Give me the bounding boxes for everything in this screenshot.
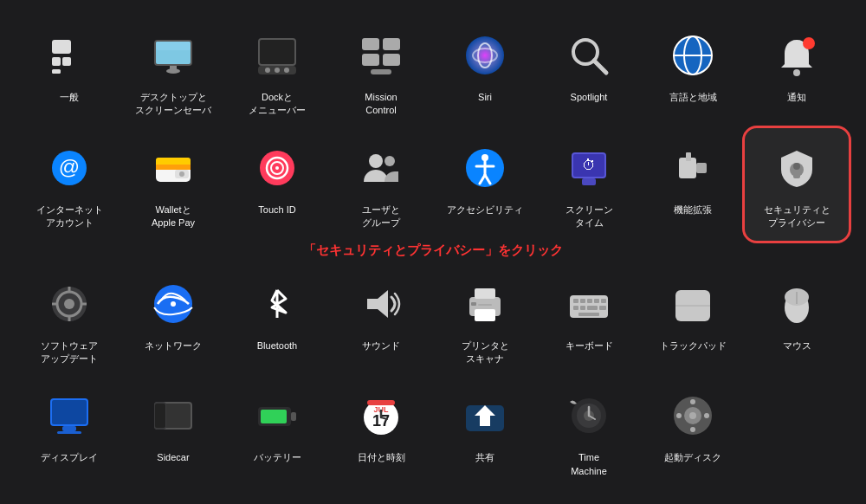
svg-point-20 [466,36,504,74]
grid-item-screen[interactable]: ⏱スクリーン タイム [537,128,641,241]
grid-item-desktop[interactable]: デスクトップと スクリーンセーバ [121,16,225,128]
siri-icon [456,26,514,85]
touchid-label: Touch ID [258,204,295,216]
access-label: アクセシビリティ [447,204,523,216]
svg-rect-52 [582,178,596,185]
svg-point-120 [690,399,695,404]
wallet-label: Walletと Apple Pay [152,204,195,230]
language-label: 言語と地域 [669,91,717,104]
grid-item-internet[interactable]: @インターネット アカウント [17,128,121,241]
svg-marker-70 [367,290,388,318]
battery-icon [248,386,307,445]
language-icon [663,26,722,85]
touchid-icon [248,139,307,197]
svg-point-29 [793,69,800,76]
software-label: ソフトウェア アップデート [41,339,98,366]
ext-label: 機能拡張 [674,204,712,216]
system-preferences-grid: 一般デスクトップと スクリーンセーバDockと メニューバーMission Co… [0,0,866,504]
grid-item-timemachine[interactable]: Time Machine [537,376,641,488]
share-icon [456,386,514,445]
callout-text: 「セキュリティとプライバシー」をクリック [17,241,849,264]
grid-item-access[interactable]: アクセシビリティ [433,128,537,241]
svg-rect-2 [62,57,71,66]
svg-text:⏱: ⏱ [582,158,596,172]
svg-rect-19 [371,69,391,74]
grid-item-wallet[interactable]: Walletと Apple Pay [121,128,225,241]
svg-rect-16 [383,38,400,50]
svg-point-119 [704,413,709,418]
svg-rect-0 [52,40,71,54]
keyboard-label: キーボード [565,339,613,352]
notify-label: 通知 [787,91,806,104]
svg-rect-84 [587,306,598,310]
internet-label: インターネット アカウント [36,204,103,230]
grid-item-datetime[interactable]: JUL17日付と時刻 [329,376,433,488]
general-icon [40,26,99,85]
grid-item-bluetooth[interactable]: ⠀Bluetooth [225,264,329,377]
svg-rect-93 [52,400,87,424]
svg-point-42 [369,154,383,168]
grid-item-battery[interactable]: バッテリー [225,376,329,488]
svg-rect-94 [62,426,76,431]
battery-label: バッテリー [254,451,301,464]
svg-rect-82 [573,306,578,310]
datetime-label: 日付と時刻 [358,451,405,464]
grid-item-sidecar[interactable]: Sidecar [121,376,225,488]
notify-icon [767,26,826,85]
grid-item-siri[interactable]: Siri [433,16,537,128]
users-label: ユーザと グループ [362,204,400,230]
security-label: セキュリティと プライバシー [764,204,830,230]
timemachine-icon [559,386,618,445]
general-label: 一般 [60,91,79,104]
dock-label: Dockと メニューバー [249,91,306,118]
sound-icon [352,275,410,333]
trackpad-label: トラックパッド [660,339,727,352]
spotlight-label: Spotlight [571,91,608,104]
grid-item-security[interactable]: セキュリティと プライバシー [745,128,849,241]
grid-item-mouse[interactable]: マウス [745,264,849,377]
printer-label: プリンタと スキャナ [462,339,509,366]
grid-item-startup[interactable]: 起動ディスク [641,376,745,488]
spotlight-icon [559,26,618,85]
grid-item-spotlight[interactable]: Spotlight [537,16,641,128]
svg-rect-78 [580,299,585,303]
grid-item-language[interactable]: 言語と地域 [641,16,745,128]
grid-item-mission[interactable]: Mission Control [329,16,433,128]
startup-label: 起動ディスク [664,451,721,464]
keyboard-icon [559,275,618,333]
grid-item-empty[interactable] [745,376,849,488]
grid-item-display[interactable]: ディスプレイ [17,376,121,488]
grid-item-touchid[interactable]: Touch ID [225,128,329,241]
grid-item-keyboard[interactable]: キーボード [537,264,641,377]
svg-rect-99 [155,404,165,428]
network-icon [144,275,203,333]
mouse-label: マウス [783,339,811,352]
software-icon [40,275,99,333]
grid-item-share[interactable]: 共有 [433,376,537,488]
grid-item-printer[interactable]: プリンタと スキャナ [433,264,537,377]
grid-item-trackpad[interactable]: トラックパッド [641,264,745,377]
svg-rect-80 [594,299,599,303]
mission-label: Mission Control [365,91,397,118]
share-label: 共有 [475,451,494,464]
grid-item-sound[interactable]: サウンド [329,264,433,377]
internet-icon: @ [40,139,99,197]
svg-rect-18 [383,54,400,66]
grid-item-notify[interactable]: 通知 [745,16,849,128]
grid-item-users[interactable]: ユーザと グループ [329,128,433,241]
grid-item-ext[interactable]: 機能拡張 [641,128,745,241]
grid-item-software[interactable]: ソフトウェア アップデート [17,264,121,377]
grid-item-general[interactable]: 一般 [17,16,121,128]
svg-rect-83 [580,306,585,310]
svg-rect-85 [599,306,606,310]
grid-item-network[interactable]: ネットワーク [121,264,225,377]
grid-item-dock[interactable]: Dockと メニューバー [225,16,329,128]
sidecar-label: Sidecar [157,451,189,464]
svg-point-58 [793,163,800,170]
printer-icon [456,275,514,333]
svg-rect-56 [686,152,691,161]
svg-rect-102 [261,410,287,423]
wallet-icon [144,139,203,197]
ext-icon [663,139,722,197]
svg-rect-1 [52,57,61,66]
